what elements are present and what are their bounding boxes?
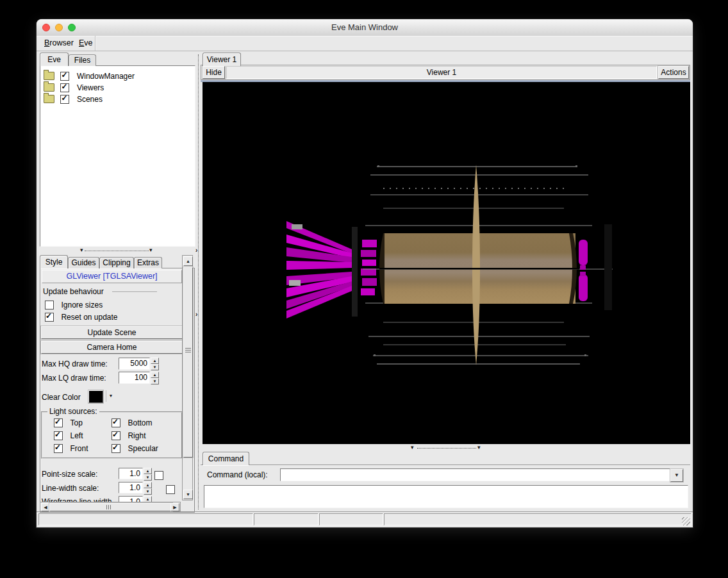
scroll-right-icon[interactable]: ▶ [170, 503, 179, 511]
line-width-checkbox[interactable] [166, 485, 175, 494]
command-combobox[interactable]: ▼ [280, 468, 683, 481]
tree-item-checkbox[interactable] [60, 72, 69, 81]
viewer-command-splitter[interactable] [417, 448, 476, 449]
tab-files[interactable]: Files [69, 54, 96, 66]
titlebar[interactable]: Eve Main Window [37, 19, 693, 37]
line-width-label: Line-width scale: [42, 484, 99, 493]
folder-icon [44, 83, 54, 92]
tree-item[interactable]: WindowManager [44, 70, 195, 81]
tree-item[interactable]: Scenes [44, 93, 195, 104]
line-width-field[interactable]: 1.0 [119, 482, 143, 493]
splitter-arrow-icon[interactable]: › [195, 247, 197, 254]
line-width-spinner[interactable]: ▲▼ [144, 482, 152, 493]
point-size-spinner[interactable]: ▲▼ [144, 468, 152, 479]
tree-item[interactable]: Viewers [44, 81, 195, 93]
light-right-label: Right [128, 431, 145, 440]
spin-down-icon[interactable]: ▼ [144, 488, 152, 495]
tab-guides[interactable]: Guides [68, 257, 99, 268]
spin-up-icon[interactable]: ▲ [151, 358, 159, 364]
splitter-arrow-icon[interactable]: ▾ [80, 247, 83, 252]
folder-icon [44, 95, 54, 103]
resize-grip[interactable] [682, 517, 690, 525]
scrollbar-thumb[interactable] [183, 267, 193, 458]
clear-color-swatch[interactable] [88, 390, 103, 403]
desktop: { "window": { "title": "Eve Main Window"… [0, 0, 728, 578]
light-front-checkbox[interactable] [54, 444, 63, 453]
tab-clipping[interactable]: Clipping [99, 257, 134, 268]
light-left-row: Left [54, 429, 83, 441]
detector-rendering [203, 82, 690, 444]
clear-color-dropdown[interactable]: ▼ [106, 390, 115, 402]
thumb-grip [106, 505, 112, 509]
tab-style[interactable]: Style [40, 255, 68, 268]
scroll-down-icon[interactable]: ▼ [183, 490, 193, 499]
spin-up-icon[interactable]: ▲ [144, 468, 152, 474]
ignore-sizes-checkbox[interactable] [45, 301, 54, 310]
eve-main-window: Eve Main Window Browser Eve Eve Files Wi… [37, 19, 693, 527]
light-specular-row: Specular [112, 442, 158, 454]
splitter-arrow-icon[interactable]: ▾ [411, 445, 414, 450]
tab-viewer-1[interactable]: Viewer 1 [203, 53, 241, 66]
editor-vertical-scrollbar[interactable]: ▲ ▼ [182, 255, 193, 500]
splitter-arrow-icon[interactable]: ▾ [149, 247, 153, 252]
reset-on-update-label: Reset on update [61, 313, 117, 322]
status-section-4 [384, 513, 691, 525]
tree-editor-splitter[interactable] [85, 251, 149, 251]
splitter-arrow-icon[interactable]: ▾ [477, 445, 481, 450]
viewer-title: Viewer 1 [226, 66, 657, 79]
tree-item-label[interactable]: WindowManager [77, 72, 135, 81]
point-size-field[interactable]: 1.0 [119, 468, 143, 479]
camera-home-button[interactable]: Camera Home [41, 341, 183, 354]
max-lq-field[interactable]: 100 [119, 372, 150, 384]
tree-item-label[interactable]: Scenes [77, 95, 103, 104]
light-right-checkbox[interactable] [112, 431, 120, 440]
light-sources-title: Light sources: [47, 407, 99, 416]
light-specular-checkbox[interactable] [112, 444, 120, 453]
tab-command[interactable]: Command [203, 452, 249, 465]
max-lq-label: Max LQ draw time: [42, 374, 106, 383]
point-size-label: Point-size scale: [42, 470, 97, 479]
ignore-sizes-label: Ignore sizes [61, 301, 103, 310]
command-input[interactable] [280, 468, 670, 481]
reset-on-update-checkbox[interactable] [45, 313, 54, 322]
tab-extras[interactable]: Extras [134, 257, 162, 268]
gl-viewport[interactable] [203, 82, 690, 444]
spin-up-icon[interactable]: ▲ [144, 482, 152, 488]
spin-down-icon[interactable]: ▼ [151, 378, 159, 384]
update-behaviour-title: Update behaviour [43, 287, 104, 296]
editor-horizontal-scrollbar[interactable]: ◀ ▶ [40, 502, 181, 511]
light-top-checkbox[interactable] [54, 418, 63, 427]
actions-button[interactable]: Actions [658, 66, 689, 79]
scroll-up-icon[interactable]: ▲ [183, 256, 193, 266]
thumb-grip [185, 348, 191, 353]
max-hq-spinner[interactable]: ▲▼ [151, 358, 159, 370]
tree-item-label[interactable]: Viewers [77, 83, 104, 92]
menubar: Browser Eve [37, 36, 693, 51]
light-top-label: Top [70, 418, 82, 427]
spin-down-icon[interactable]: ▼ [151, 364, 159, 370]
scroll-left-icon[interactable]: ◀ [41, 503, 50, 511]
menubar-divider [95, 36, 95, 51]
spin-up-icon[interactable]: ▲ [151, 372, 159, 378]
panel-splitter[interactable] [198, 54, 199, 509]
spin-down-icon[interactable]: ▼ [144, 474, 152, 481]
splitter-arrow-icon[interactable]: › [195, 311, 197, 318]
update-scene-button[interactable]: Update Scene [41, 326, 183, 339]
max-lq-spinner[interactable]: ▲▼ [151, 372, 159, 384]
scrollbar-thumb[interactable] [49, 503, 172, 511]
point-size-checkbox[interactable] [154, 471, 163, 480]
light-bottom-row: Bottom [112, 417, 152, 428]
light-right-row: Right [112, 429, 145, 441]
light-left-checkbox[interactable] [54, 431, 63, 440]
max-hq-field[interactable]: 5000 [119, 358, 150, 370]
tab-eve[interactable]: Eve [40, 53, 69, 66]
hide-button[interactable]: Hide [203, 66, 225, 79]
tree-item-checkbox[interactable] [60, 95, 69, 104]
light-top-row: Top [54, 417, 83, 428]
light-bottom-checkbox[interactable] [112, 418, 120, 427]
glviewer-link[interactable]: GLViewer [TGLSAViewer] [42, 270, 182, 283]
window-title: Eve Main Window [37, 19, 693, 36]
combo-dropdown-icon[interactable]: ▼ [670, 469, 683, 482]
tree-item-checkbox[interactable] [60, 83, 69, 92]
clear-color-label: Clear Color [42, 393, 81, 402]
